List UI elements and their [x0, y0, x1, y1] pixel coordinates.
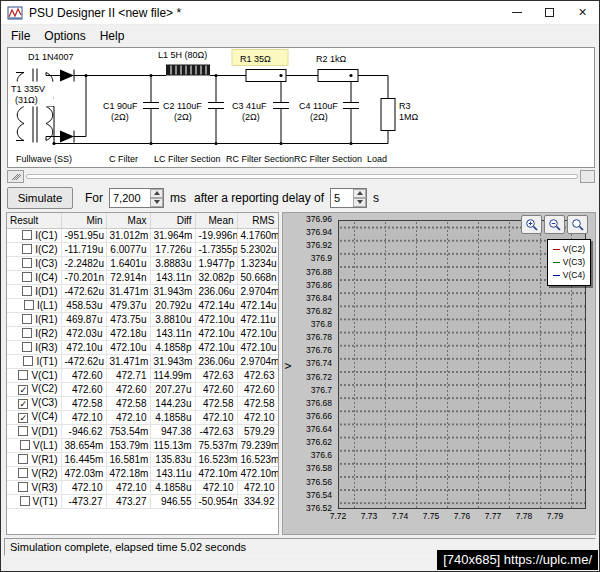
duration-input[interactable]: 7,200 — [109, 188, 164, 208]
result-value: 115.13m — [150, 438, 195, 452]
result-name: V(R3) — [31, 482, 57, 493]
delay-value[interactable]: 5 — [331, 189, 353, 207]
zoom-out-button[interactable] — [544, 215, 565, 234]
result-checkbox[interactable] — [22, 244, 32, 254]
result-checkbox[interactable] — [20, 496, 30, 506]
result-value: 3.8810u — [150, 312, 195, 326]
result-value: 31.471m — [106, 354, 150, 368]
for-label: For — [85, 191, 103, 205]
result-checkbox[interactable] — [23, 356, 33, 366]
duration-down-button[interactable] — [150, 198, 163, 207]
result-value: 16.581m — [106, 452, 150, 466]
result-checkbox[interactable]: ✓ — [18, 413, 28, 423]
result-checkbox[interactable] — [18, 426, 28, 436]
scrollbar-end-button[interactable] — [580, 170, 595, 183]
result-checkbox[interactable]: ✓ — [18, 399, 28, 409]
result-value: 472.10u — [237, 340, 278, 354]
result-checkbox[interactable] — [22, 272, 32, 282]
result-name-cell: V(T1) — [7, 494, 61, 508]
schematic-panel[interactable]: D1 1N4007 T1 335V (31Ω) L1 5H (80Ω) R1 3… — [7, 47, 595, 168]
result-name-cell: I(C3) — [7, 256, 61, 270]
simulate-button[interactable]: Simulate — [7, 187, 73, 209]
delay-up-button[interactable] — [353, 189, 366, 198]
column-header-mean[interactable]: Mean — [195, 213, 237, 228]
result-value: 1.6401u — [106, 256, 150, 270]
result-name-cell: V(R3) — [7, 480, 61, 494]
close-button[interactable]: ✕ — [566, 1, 599, 24]
scrollbar-grip-icon[interactable] — [7, 170, 24, 183]
result-value: 32.082p — [195, 270, 237, 284]
menu-options[interactable]: Options — [37, 27, 92, 45]
c3-esr-label: (2Ω) — [242, 112, 260, 122]
result-value: 2.9704m — [237, 354, 278, 368]
x-tick-label: 7.77 — [482, 511, 504, 521]
y-tick-label: 376.68 — [306, 399, 332, 408]
result-checkbox[interactable] — [22, 286, 32, 296]
result-value: -946.62 — [61, 424, 106, 438]
result-checkbox[interactable] — [18, 454, 28, 464]
result-value: -1.7355p — [195, 242, 237, 256]
result-value: 472.60 — [237, 382, 278, 396]
maximize-icon — [545, 8, 554, 17]
status-text: Simulation complete, elapsed time 5.02 s… — [10, 541, 246, 553]
legend: V(C2)V(C3)V(C4) — [547, 239, 591, 286]
result-value: 469.87u — [61, 312, 106, 326]
delay-down-button[interactable] — [353, 198, 366, 207]
result-checkbox[interactable] — [22, 258, 32, 268]
result-value: -19.996n — [195, 228, 237, 242]
menu-help[interactable]: Help — [93, 27, 132, 45]
x-tick-label: 7.78 — [513, 511, 535, 521]
result-checkbox[interactable]: ✓ — [18, 385, 28, 395]
zoom-reset-button[interactable] — [567, 215, 588, 234]
result-name-cell: I(T1) — [7, 354, 61, 368]
zoom-in-button[interactable] — [521, 215, 542, 234]
result-value: 143.11u — [150, 466, 195, 480]
legend-label: V(C2) — [563, 243, 585, 256]
result-name-cell: V(R1) — [7, 452, 61, 466]
result-checkbox[interactable] — [22, 328, 32, 338]
result-name: V(R2) — [31, 468, 57, 479]
r3-value-label: 1MΩ — [399, 112, 419, 122]
result-name-cell: V(D1) — [7, 424, 61, 438]
result-value: 50.668n — [237, 270, 278, 284]
table-row: I(R1)469.87u473.75u3.8810u472.10u472.11u — [7, 312, 278, 326]
duration-up-button[interactable] — [150, 189, 163, 198]
result-value: 5.2302u — [237, 242, 278, 256]
menu-file[interactable]: File — [4, 27, 37, 45]
y-tick-label: 376.8 — [311, 320, 332, 329]
result-checkbox[interactable] — [22, 230, 32, 240]
result-name: I(C2) — [35, 244, 57, 255]
duration-value[interactable]: 7,200 — [110, 189, 150, 207]
schematic-scrollbar[interactable] — [7, 170, 595, 183]
titlebar[interactable]: PSU Designer II <new file> * ✕ — [1, 1, 599, 25]
column-header-result[interactable]: Result — [7, 213, 61, 228]
y-tick-label: 376.84 — [306, 294, 332, 303]
result-value: 946.55 — [150, 494, 195, 508]
result-value: 472.10u — [195, 340, 237, 354]
column-header-min[interactable]: Min — [61, 213, 106, 228]
result-checkbox[interactable] — [24, 300, 34, 310]
result-checkbox[interactable] — [18, 468, 28, 478]
result-value: 2.9704m — [237, 284, 278, 298]
column-header-rms[interactable]: RMS — [237, 213, 278, 228]
maximize-button[interactable] — [533, 1, 566, 24]
result-name: I(C1) — [35, 230, 57, 241]
delay-input[interactable]: 5 — [330, 188, 367, 208]
column-header-diff[interactable]: Diff — [150, 213, 195, 228]
result-checkbox[interactable] — [20, 440, 30, 450]
column-header-max[interactable]: Max — [106, 213, 150, 228]
result-checkbox[interactable] — [22, 314, 32, 324]
y-tick-label: 376.54 — [306, 491, 332, 500]
y-tick-label: 376.64 — [306, 425, 332, 434]
c4-esr-label: (2Ω) — [310, 112, 328, 122]
result-value: 472.10u — [61, 340, 106, 354]
zoom-in-icon — [525, 218, 538, 231]
result-checkbox[interactable] — [22, 342, 32, 352]
result-checkbox[interactable] — [18, 482, 28, 492]
scrollbar-track[interactable] — [26, 174, 578, 179]
table-row: I(C1)-951.95u31.012m31.964m-19.996n4.176… — [7, 228, 278, 242]
result-name: I(D1) — [35, 286, 57, 297]
result-checkbox[interactable] — [18, 370, 28, 380]
result-value: 17.726u — [150, 242, 195, 256]
minimize-button[interactable] — [500, 1, 533, 24]
